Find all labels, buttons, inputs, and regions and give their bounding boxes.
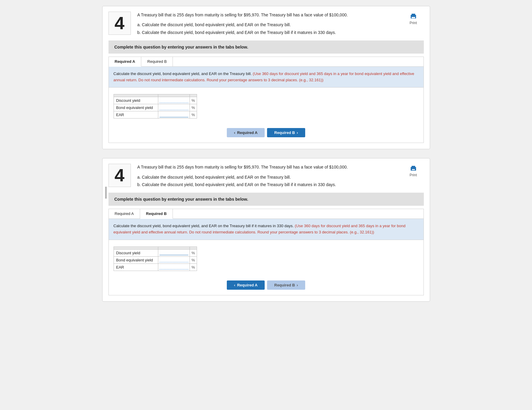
question-top-row-1: 4 A Treasury bill that is 255 days from … <box>103 6 430 40</box>
input-table-2: Discount yield % Bond equivalent yield <box>114 247 197 271</box>
part-a-text-2: Calculate the discount yield, bond equiv… <box>142 175 291 180</box>
tab-required-a-1[interactable]: Required A <box>109 57 142 67</box>
tabs-header-1: Required A Required B <box>109 57 424 67</box>
print-icon-2 <box>409 164 418 172</box>
tab-content-2: Calculate the discount yield, bond equiv… <box>109 219 424 240</box>
tabs-header-2: Required A Required B <box>109 209 424 219</box>
svg-rect-3 <box>411 15 416 17</box>
complete-box-2: Complete this question by entering your … <box>108 193 424 206</box>
next-button-label-2: Required B <box>274 283 295 287</box>
row-label-bey-1: Bond equivalent yield <box>114 104 158 111</box>
sidebar-print-2[interactable]: Print <box>403 164 424 177</box>
tab-required-b-2[interactable]: Required B <box>140 209 173 219</box>
pct-ear-2: % <box>190 264 197 271</box>
print-label-2[interactable]: Print <box>410 173 417 177</box>
tab-content-1: Calculate the discount yield, bond equiv… <box>109 67 424 88</box>
pct-discount-2: % <box>190 249 197 256</box>
svg-rect-4 <box>412 17 415 18</box>
next-chevron-icon-1: › <box>297 130 298 135</box>
question-number-2: 4 <box>108 164 131 187</box>
pct-ear-1: % <box>190 111 197 119</box>
part-b-1: b. Calculate the discount yield, bond eq… <box>137 29 397 36</box>
prev-chevron-icon-1: ‹ <box>234 130 235 135</box>
table-row: EAR % <box>114 111 197 119</box>
prev-button-label-2: Required A <box>237 283 258 287</box>
discount-yield-input-2[interactable] <box>159 250 188 255</box>
pct-bey-1: % <box>190 104 197 111</box>
parts-2: a. Calculate the discount yield, bond eq… <box>137 174 397 188</box>
question-top-row-2: 4 A Treasury bill that is 255 days from … <box>103 158 430 193</box>
prev-button-1[interactable]: ‹ Required A <box>227 128 265 137</box>
part-b-label-1: b. <box>137 30 141 35</box>
parts-1: a. Calculate the discount yield, bond eq… <box>137 21 397 36</box>
row-label-bey-2: Bond equivalent yield <box>114 256 158 264</box>
bey-input-2[interactable] <box>159 258 188 262</box>
vertical-divider-2 <box>106 187 106 199</box>
print-label-1[interactable]: Print <box>410 21 417 25</box>
part-a-label-1: a. <box>137 22 141 27</box>
instruction-main-2: Calculate the discount yield, bond equiv… <box>114 224 294 228</box>
row-label-ear-1: EAR <box>114 111 158 119</box>
row-label-discount-2: Discount yield <box>114 249 158 256</box>
nav-buttons-2: ‹ Required A Required B › <box>109 276 424 295</box>
part-b-text-1: Calculate the discount yield, bond equiv… <box>142 30 336 35</box>
question-number-1: 4 <box>108 12 131 35</box>
bey-input-1[interactable] <box>159 105 188 110</box>
next-button-2[interactable]: Required B › <box>267 280 305 290</box>
prev-button-label-1: Required A <box>237 130 258 135</box>
prev-button-2[interactable]: ‹ Required A <box>227 280 265 290</box>
next-button-label-1: Required B <box>274 130 295 135</box>
question-body-2: A Treasury bill that is 255 days from ma… <box>137 164 397 188</box>
part-a-text-1: Calculate the discount yield, bond equiv… <box>142 22 291 27</box>
pct-discount-1: % <box>190 97 197 104</box>
instruction-main-1: Calculate the discount yield, bond equiv… <box>114 71 252 76</box>
part-b-label-2: b. <box>137 182 141 187</box>
input-table-1: Discount yield % Bond equivalent yield <box>114 94 197 119</box>
tab-required-a-2[interactable]: Required A <box>109 209 140 219</box>
scenario-text-1: A Treasury bill that is 255 days from ma… <box>137 12 397 18</box>
tabs-area-2: Required A Required B Calculate the disc… <box>108 209 424 295</box>
tabs-area-1: Required A Required B Calculate the disc… <box>108 57 424 143</box>
input-table-area-1: Discount yield % Bond equivalent yield <box>109 88 424 124</box>
table-row: Discount yield % <box>114 97 197 104</box>
discount-yield-input-1[interactable] <box>159 98 188 103</box>
table-row: Discount yield % <box>114 249 197 256</box>
next-button-1[interactable]: Required B › <box>267 128 305 137</box>
part-a-1: a. Calculate the discount yield, bond eq… <box>137 21 397 29</box>
table-row: EAR % <box>114 264 197 271</box>
tab-required-b-1[interactable]: Required B <box>141 57 173 66</box>
pct-bey-2: % <box>190 256 197 264</box>
table-row: Bond equivalent yield % <box>114 256 197 264</box>
next-chevron-icon-2: › <box>297 283 298 287</box>
ear-input-2[interactable] <box>159 265 188 269</box>
prev-chevron-icon-2: ‹ <box>234 283 235 287</box>
nav-buttons-1: ‹ Required A Required B › <box>109 124 424 143</box>
complete-box-1: Complete this question by entering your … <box>108 40 424 54</box>
question-card-2: 4 A Treasury bill that is 255 days from … <box>102 158 430 301</box>
svg-rect-7 <box>411 167 416 169</box>
complete-instruction-2: Complete this question by entering your … <box>114 197 248 202</box>
part-b-text-2: Calculate the discount yield, bond equiv… <box>142 182 336 187</box>
scenario-text-2: A Treasury bill that is 255 days from ma… <box>137 164 397 170</box>
question-body-1: A Treasury bill that is 255 days from ma… <box>137 12 397 36</box>
sidebar-print-1[interactable]: Print <box>403 12 424 25</box>
table-row: Bond equivalent yield % <box>114 104 197 111</box>
part-b-2: b. Calculate the discount yield, bond eq… <box>137 181 397 188</box>
complete-instruction-1: Complete this question by entering your … <box>114 45 248 49</box>
part-a-label-2: a. <box>137 175 141 180</box>
part-a-2: a. Calculate the discount yield, bond eq… <box>137 174 397 181</box>
row-label-ear-2: EAR <box>114 264 158 271</box>
input-table-area-2: Discount yield % Bond equivalent yield <box>109 240 424 276</box>
svg-rect-8 <box>412 169 415 170</box>
ear-input-1[interactable] <box>159 113 188 117</box>
row-label-discount-1: Discount yield <box>114 97 158 104</box>
question-card-1: 4 A Treasury bill that is 255 days from … <box>102 6 430 149</box>
print-icon-1 <box>409 12 418 20</box>
page-wrapper: 4 A Treasury bill that is 255 days from … <box>102 6 430 302</box>
